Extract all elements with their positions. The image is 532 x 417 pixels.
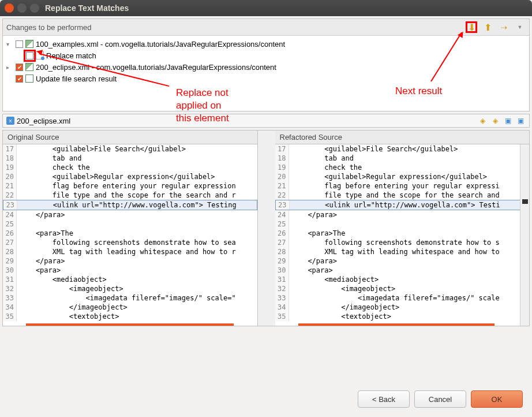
line-number: 35	[275, 312, 289, 321]
changes-header: Changes to be performed ⬇ ⬆ ⇢ ▼	[3, 19, 529, 36]
code-line: 32 <imageobject>	[3, 284, 257, 293]
compare-next-diff-button[interactable]: ◈	[477, 116, 488, 126]
xml-file-icon: X	[6, 117, 14, 125]
line-text: <para>	[289, 266, 333, 275]
compare-prev-diff-button[interactable]: ◈	[490, 116, 500, 126]
code-line: 23 <ulink url="http://www.vogella.com"> …	[3, 200, 257, 210]
code-line: 19 check the	[3, 163, 257, 172]
line-text: <imagedata fileref="images/" scale="	[17, 293, 236, 303]
tree-checkbox[interactable]: ✔	[16, 64, 23, 71]
filter-icon: ⇢	[501, 23, 507, 32]
code-line: 28 XML tag with leading whitespace and h…	[275, 247, 530, 256]
refactored-header: Refactored Source	[275, 131, 530, 144]
close-icon[interactable]	[5, 3, 14, 13]
compare-copy-right-button[interactable]: ▣	[515, 116, 526, 126]
line-number: 34	[275, 303, 289, 312]
code-line: 17 <guilabel>File Search</guilabel>	[3, 144, 257, 154]
file-icon	[25, 63, 33, 71]
line-text: <textobject>	[17, 312, 119, 321]
line-number: 30	[275, 266, 289, 275]
line-number: 28	[3, 247, 17, 256]
filter-button[interactable]: ⇢	[498, 21, 509, 33]
line-number: 27	[3, 238, 17, 247]
line-text: XML tag with leading whitespace and how …	[17, 247, 236, 256]
line-number: 26	[3, 229, 17, 238]
menu-dropdown[interactable]: ▼	[514, 21, 526, 33]
tree-expander[interactable]: ▾	[6, 41, 13, 47]
line-number: 22	[275, 191, 289, 200]
line-number: 29	[3, 256, 17, 266]
original-header: Original Source	[3, 131, 257, 144]
tree-checkbox[interactable]	[16, 40, 23, 48]
code-line: 30 <para>	[275, 266, 530, 275]
line-number: 21	[3, 181, 17, 191]
tree-row[interactable]: ✔Update file search result	[6, 73, 526, 84]
original-code[interactable]: 17 <guilabel>File Search</guilabel>18 ta…	[3, 144, 257, 326]
code-line: 20 <guilabel>Regular expression</guilabe…	[3, 172, 257, 181]
overview-ruler[interactable]	[520, 144, 529, 326]
back-button[interactable]: < Back	[358, 390, 410, 408]
file-tab[interactable]: X 200_eclipse.xml	[6, 117, 70, 125]
line-text	[289, 219, 291, 229]
tree-row[interactable]: ▾100_examples.xml - com.vogella.tutorial…	[6, 38, 526, 50]
code-line: 30 <para>	[3, 266, 257, 275]
line-text: <guilabel>File Search</guilabel>	[289, 144, 458, 154]
cancel-button[interactable]: Cancel	[414, 390, 466, 408]
button-bar: < Back Cancel OK	[2, 384, 530, 415]
line-number: 23	[3, 200, 17, 210]
changes-tree[interactable]: ▾100_examples.xml - com.vogella.tutorial…	[3, 36, 529, 111]
line-number: 19	[275, 163, 289, 172]
code-line: 21 flag before entering your regular exp…	[3, 181, 257, 191]
tree-item-label: 100_examples.xml - com.vogella.tutorials…	[36, 40, 285, 49]
line-number: 28	[275, 247, 289, 256]
code-line: 29 </para>	[275, 256, 530, 266]
line-number: 23	[276, 200, 290, 210]
line-text: <imageobject>	[289, 284, 396, 293]
code-line: 31 <mediaobject>	[3, 275, 257, 284]
compare-copy-left-button[interactable]: ▣	[503, 116, 513, 126]
scrollbar-thumb[interactable]	[298, 323, 494, 326]
refactored-code[interactable]: 17 <guilabel>File Search</guilabel>18 ta…	[275, 144, 530, 326]
tree-checkbox[interactable]	[26, 52, 33, 59]
tree-item-label: 200_eclipse.xml - com.vogella.tutorials/…	[36, 63, 276, 72]
line-text: <guilabel>Regular expression</guilabel>	[17, 172, 215, 181]
prev-change-button[interactable]: ⬆	[482, 21, 493, 33]
line-number: 18	[3, 154, 17, 163]
line-text: following screenshots demonstrate how to…	[17, 238, 236, 247]
next-change-button[interactable]: ⬇	[466, 21, 477, 33]
minimize-icon[interactable]	[17, 3, 27, 13]
line-text: </para>	[17, 256, 65, 266]
line-text	[17, 219, 19, 229]
line-number: 26	[275, 229, 289, 238]
ok-button[interactable]: OK	[471, 390, 523, 408]
code-line: 25	[3, 219, 257, 229]
tree-row[interactable]: ▸✔200_eclipse.xml - com.vogella.tutorial…	[6, 61, 526, 73]
code-line: 31 <mediaobject>	[275, 275, 530, 284]
code-line: 18 tab and	[275, 154, 530, 163]
code-line: 33 <imagedata fileref="images/" scale="	[3, 293, 257, 303]
tree-item-label: Replace match	[46, 51, 96, 60]
line-text: <textobject>	[289, 312, 391, 321]
line-number: 24	[275, 210, 289, 219]
line-text: <mediaobject>	[289, 275, 379, 284]
line-number: 29	[275, 256, 289, 266]
line-number: 19	[3, 163, 17, 172]
dialog-content: Changes to be performed ⬇ ⬆ ⇢ ▼ ▾100_exa…	[0, 16, 532, 417]
maximize-icon[interactable]	[30, 3, 39, 13]
line-text: <imagedata fileref="images/" scale	[289, 293, 500, 303]
chevron-down-icon: ▼	[518, 24, 523, 30]
code-line: 32 <imageobject>	[275, 284, 530, 293]
tree-item-label: Update file search result	[36, 75, 117, 83]
line-number: 33	[3, 293, 17, 303]
line-text: flag before entering your regular expres…	[289, 181, 500, 191]
tree-expander[interactable]: ▸	[6, 64, 13, 70]
code-line: 29 </para>	[3, 256, 257, 266]
line-text: following screenshots demonstrate how to…	[289, 238, 500, 247]
file-icon	[25, 40, 33, 48]
line-text: </para>	[289, 256, 337, 266]
scrollbar-thumb[interactable]	[26, 323, 234, 326]
tree-checkbox[interactable]: ✔	[16, 75, 23, 83]
line-text: flag before entering your regular expres…	[17, 181, 236, 191]
changes-toolbar: ⬇ ⬆ ⇢ ▼	[466, 21, 526, 33]
changes-title: Changes to be performed	[6, 23, 91, 32]
